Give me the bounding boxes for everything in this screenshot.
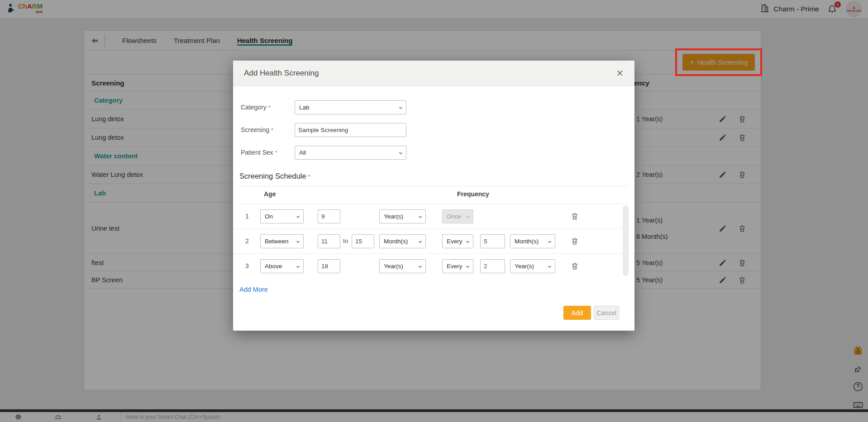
patient-sex-value: All <box>299 149 306 156</box>
frequency-type-select[interactable]: Every <box>442 259 473 273</box>
chevron-down-icon <box>296 239 300 244</box>
age-condition-select-value: Between <box>265 238 289 245</box>
age-column-header: Age <box>264 190 276 198</box>
patient-sex-label: Patient Sex* <box>241 146 291 160</box>
delete-schedule-row-icon[interactable] <box>571 212 579 220</box>
frequency-column-header: Frequency <box>457 190 489 198</box>
chevron-down-icon <box>418 214 423 219</box>
chevron-down-icon <box>296 214 300 219</box>
age-from-input[interactable] <box>318 234 340 248</box>
frequency-unit-select-value: Year(s) <box>515 263 534 270</box>
required-marker: * <box>275 149 277 156</box>
age-unit-select[interactable]: Month(s) <box>379 234 426 248</box>
age-condition-select[interactable]: On <box>260 209 304 223</box>
chevron-down-icon <box>465 239 470 244</box>
frequency-type-select[interactable]: Every <box>442 234 473 248</box>
age-unit-select-value: Year(s) <box>384 213 403 220</box>
age-condition-select[interactable]: Between <box>260 234 304 248</box>
delete-schedule-row-icon[interactable] <box>571 262 579 270</box>
frequency-type-select[interactable]: Once <box>442 209 473 223</box>
frequency-type-select-value: Every <box>447 238 463 245</box>
age-from-input[interactable] <box>318 259 340 273</box>
category-value: Lab <box>299 104 310 111</box>
chevron-down-icon <box>398 105 403 110</box>
category-label: Category* <box>241 100 291 114</box>
schedule-row-number: 2 <box>245 237 249 245</box>
schedule-row-number: 3 <box>245 262 249 270</box>
frequency-value-input[interactable] <box>480 259 505 273</box>
to-label: to <box>343 237 348 244</box>
modal-header: Add Health Screening ✕ <box>233 61 634 86</box>
screening-label: Screening* <box>241 123 291 137</box>
age-from-input[interactable] <box>318 209 340 223</box>
chevron-down-icon <box>418 239 423 244</box>
chevron-down-icon <box>296 264 300 269</box>
schedule-rows: 1OnYear(s)Once2BetweentoMonth(s)EveryMon… <box>233 204 634 279</box>
add-health-screening-modal: Add Health Screening ✕ Category* Lab Scr… <box>233 61 634 331</box>
delete-schedule-row-icon[interactable] <box>571 237 579 245</box>
chevron-down-icon <box>547 239 552 244</box>
required-marker: * <box>308 173 310 180</box>
age-unit-select[interactable]: Year(s) <box>379 209 426 223</box>
frequency-value-input[interactable] <box>480 234 505 248</box>
cancel-button[interactable]: Cancel <box>594 306 619 320</box>
app-root: ChARMEHR Charm - Prime 1 + HEALTH CARE <box>0 0 868 422</box>
screening-name-input[interactable] <box>295 123 406 137</box>
category-select[interactable]: Lab <box>295 100 406 114</box>
screening-schedule-heading: Screening Schedule* <box>239 172 310 180</box>
modal-title: Add Health Screening <box>244 69 319 78</box>
age-condition-select-value: Above <box>265 263 282 270</box>
add-more-link[interactable]: Add More <box>239 286 268 293</box>
frequency-unit-select[interactable]: Year(s) <box>510 259 555 273</box>
frequency-type-select-value: Once <box>447 213 461 220</box>
patient-sex-select[interactable]: All <box>295 146 406 160</box>
age-condition-select-value: On <box>265 213 273 220</box>
close-icon[interactable]: ✕ <box>616 68 624 79</box>
age-unit-select-value: Month(s) <box>384 238 408 245</box>
frequency-unit-select[interactable]: Month(s) <box>510 234 555 248</box>
chevron-down-icon <box>465 264 470 269</box>
chevron-down-icon <box>547 264 552 269</box>
age-to-input[interactable] <box>352 234 374 248</box>
chevron-down-icon <box>398 151 403 156</box>
schedule-row: 2BetweentoMonth(s)EveryMonth(s) <box>233 229 634 254</box>
required-marker: * <box>271 127 273 133</box>
schedule-row-number: 1 <box>245 213 249 220</box>
age-unit-select-value: Year(s) <box>384 263 403 270</box>
chevron-down-icon <box>418 264 423 269</box>
schedule-scrollbar[interactable] <box>623 205 629 276</box>
age-condition-select[interactable]: Above <box>260 259 304 273</box>
schedule-divider <box>239 186 628 186</box>
chevron-down-icon <box>465 214 470 219</box>
frequency-type-select-value: Every <box>447 263 463 270</box>
schedule-row: 3AboveYear(s)EveryYear(s) <box>233 254 634 279</box>
schedule-row: 1OnYear(s)Once <box>233 204 634 229</box>
age-unit-select[interactable]: Year(s) <box>379 259 426 273</box>
add-button[interactable]: Add <box>563 306 591 320</box>
required-marker: * <box>268 104 271 111</box>
frequency-unit-select-value: Month(s) <box>515 238 539 245</box>
